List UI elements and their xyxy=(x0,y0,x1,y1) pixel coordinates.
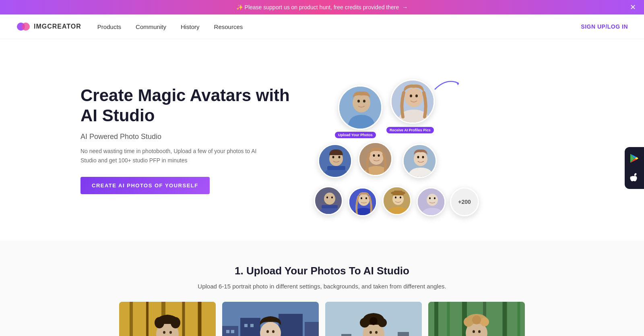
svg-point-1 xyxy=(22,23,30,31)
svg-point-15 xyxy=(339,156,341,158)
nav-resources[interactable]: Resources xyxy=(214,23,243,30)
svg-rect-13 xyxy=(327,166,345,170)
hero-title: Create Magic Avatars with AI Studio xyxy=(80,85,306,126)
nav-products[interactable]: Products xyxy=(97,23,121,30)
avatar-circle-2 xyxy=(390,79,435,124)
svg-point-66 xyxy=(266,330,269,333)
svg-point-9 xyxy=(410,95,412,97)
arrow-decoration xyxy=(431,75,463,91)
nav-community[interactable]: Community xyxy=(136,23,166,30)
banner-arrow: → xyxy=(402,4,408,10)
svg-point-67 xyxy=(272,330,275,333)
photo-card-4 xyxy=(428,302,525,336)
svg-point-53 xyxy=(163,331,165,334)
avatar-circle-5 xyxy=(402,144,437,178)
svg-point-91 xyxy=(464,317,473,327)
svg-point-81 xyxy=(375,331,378,334)
navbar: IMGCREATOR Products Community History Re… xyxy=(0,15,644,39)
logo[interactable]: IMGCREATOR xyxy=(16,19,81,34)
svg-rect-26 xyxy=(322,205,338,208)
photo-card-1 xyxy=(119,302,216,336)
plus-badge: +200 xyxy=(450,187,479,216)
svg-point-41 xyxy=(429,197,431,199)
top-banner: ✨ Please support us on product hunt, fre… xyxy=(0,0,644,15)
apple-store-button[interactable] xyxy=(628,171,641,184)
svg-point-52 xyxy=(171,317,180,328)
avatar-circle-3 xyxy=(318,144,352,178)
svg-point-92 xyxy=(480,317,489,326)
svg-point-14 xyxy=(332,156,334,158)
google-play-button[interactable] xyxy=(628,152,641,165)
avatar-circle-7 xyxy=(348,187,377,216)
svg-point-6 xyxy=(363,100,365,103)
svg-point-40 xyxy=(427,194,438,206)
svg-rect-63 xyxy=(244,324,248,327)
svg-point-18 xyxy=(373,154,375,157)
nav-links: Products Community History Resources xyxy=(97,23,581,30)
svg-point-21 xyxy=(414,151,427,166)
hero-section: Create Magic Avatars with AI Studio AI P… xyxy=(0,39,644,241)
nav-auth[interactable]: SIGN UP/LOG IN xyxy=(581,23,628,30)
svg-point-35 xyxy=(395,197,396,199)
upload-label: Upload Your Photos xyxy=(335,132,376,138)
avatar-circle-9 xyxy=(417,187,446,216)
svg-point-79 xyxy=(369,317,378,325)
svg-rect-72 xyxy=(341,334,351,336)
section-desc: Upload 6-15 portrait photo in different … xyxy=(16,283,628,290)
hero-subtitle: AI Powered Photo Studio xyxy=(80,133,306,141)
svg-point-93 xyxy=(472,315,481,324)
hero-desc: No need wasting time in photobooth, Uplo… xyxy=(80,147,258,166)
avatar-circle-1 xyxy=(338,85,382,130)
svg-point-95 xyxy=(478,330,481,333)
svg-point-32 xyxy=(365,197,367,199)
svg-point-80 xyxy=(369,331,372,334)
banner-close[interactable]: ✕ xyxy=(630,4,636,11)
svg-rect-38 xyxy=(394,191,402,195)
svg-point-36 xyxy=(400,197,401,199)
avatar-circle-4 xyxy=(358,142,392,176)
svg-point-51 xyxy=(155,317,164,328)
svg-point-8 xyxy=(405,88,423,107)
cta-button[interactable]: CREATE AI PHOTOS OF YOURSELF xyxy=(80,177,210,194)
section-title: 1. Upload Your Photos To AI Studio xyxy=(16,265,628,277)
svg-point-30 xyxy=(358,194,369,206)
hero-images: Upload Your Photos Receive AI Profiles P… xyxy=(306,63,588,216)
logo-text: IMGCREATOR xyxy=(34,23,81,30)
svg-point-25 xyxy=(324,193,335,205)
svg-point-23 xyxy=(422,156,424,158)
svg-rect-60 xyxy=(305,322,319,336)
svg-rect-61 xyxy=(226,330,229,333)
svg-point-5 xyxy=(357,100,360,103)
svg-rect-56 xyxy=(222,326,238,336)
avatar-circle-8 xyxy=(382,186,411,215)
svg-point-19 xyxy=(378,154,380,157)
photo-card-2 xyxy=(222,302,319,336)
hero-text: Create Magic Avatars with AI Studio AI P… xyxy=(80,85,306,194)
avatar-circle-6 xyxy=(314,186,343,215)
svg-marker-2 xyxy=(456,81,459,85)
svg-rect-62 xyxy=(231,330,234,333)
svg-point-54 xyxy=(169,331,172,334)
upload-section: 1. Upload Your Photos To AI Studio Uploa… xyxy=(0,241,644,336)
svg-point-4 xyxy=(353,93,370,112)
banner-text: ✨ Please support us on product hunt, fre… xyxy=(236,4,399,10)
svg-point-27 xyxy=(326,197,328,199)
svg-rect-64 xyxy=(250,324,254,327)
nav-history[interactable]: History xyxy=(181,23,200,30)
svg-point-78 xyxy=(378,318,387,327)
svg-point-42 xyxy=(434,197,436,199)
photo-grid xyxy=(16,302,628,336)
svg-point-10 xyxy=(415,95,418,97)
svg-rect-74 xyxy=(398,332,409,336)
svg-point-77 xyxy=(360,318,369,328)
app-buttons xyxy=(625,147,644,189)
svg-point-31 xyxy=(361,197,362,199)
svg-point-28 xyxy=(331,197,333,199)
svg-rect-59 xyxy=(279,314,303,336)
photo-card-3 xyxy=(325,302,422,336)
receive-label: Receive AI Profiles Pics xyxy=(386,127,434,133)
svg-point-22 xyxy=(417,156,419,158)
svg-point-94 xyxy=(473,330,475,333)
